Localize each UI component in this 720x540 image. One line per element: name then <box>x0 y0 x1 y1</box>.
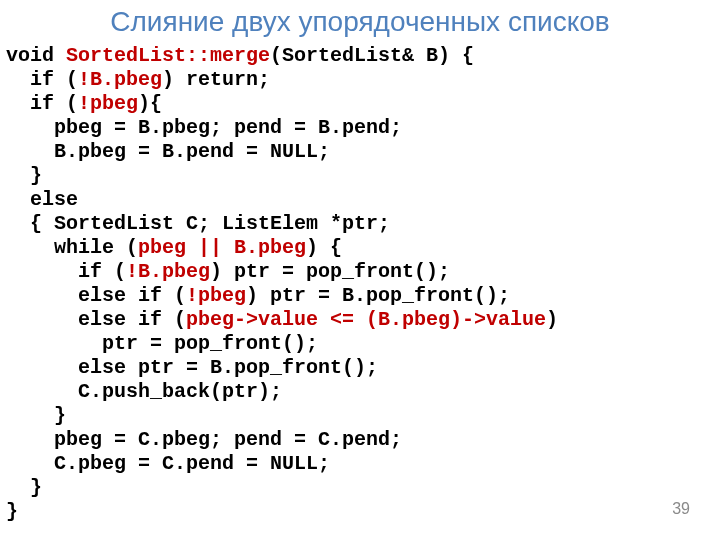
code-line-02: if (!B.pbeg) return; <box>6 68 270 91</box>
code-line-17: pbeg = C.pbeg; pend = C.pend; <box>6 428 402 451</box>
code-line-08: { SortedList C; ListElem *ptr; <box>6 212 390 235</box>
code-line-15: C.push_back(ptr); <box>6 380 282 403</box>
code-line-03: if (!pbeg){ <box>6 92 162 115</box>
code-line-13: ptr = pop_front(); <box>6 332 318 355</box>
code-line-14: else ptr = B.pop_front(); <box>6 356 378 379</box>
slide-title: Слияние двух упорядоченных списков <box>0 0 720 44</box>
code-line-20: } <box>6 500 18 523</box>
code-line-07: else <box>6 188 78 211</box>
code-line-10: if (!B.pbeg) ptr = pop_front(); <box>6 260 450 283</box>
code-line-19: } <box>6 476 42 499</box>
code-line-09: while (pbeg || B.pbeg) { <box>6 236 342 259</box>
code-block: void SortedList::merge(SortedList& B) { … <box>0 44 720 524</box>
page-number: 39 <box>672 500 690 518</box>
method-name: SortedList::merge <box>66 44 270 67</box>
code-line-06: } <box>6 164 42 187</box>
code-line-04: pbeg = B.pbeg; pend = B.pend; <box>6 116 402 139</box>
code-line-18: C.pbeg = C.pend = NULL; <box>6 452 330 475</box>
code-line-11: else if (!pbeg) ptr = B.pop_front(); <box>6 284 510 307</box>
code-line-12: else if (pbeg->value <= (B.pbeg)->value) <box>6 308 558 331</box>
code-line-16: } <box>6 404 66 427</box>
code-line-05: B.pbeg = B.pend = NULL; <box>6 140 330 163</box>
slide: Слияние двух упорядоченных списков void … <box>0 0 720 540</box>
code-line-01: void SortedList::merge(SortedList& B) { <box>6 44 474 67</box>
